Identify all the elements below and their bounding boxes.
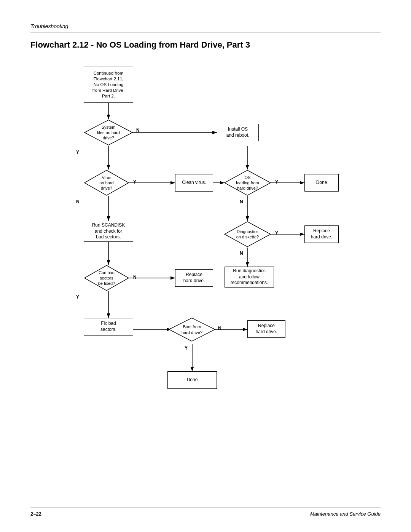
label-n-diamond1: N [136, 128, 140, 133]
run-diag-box: Run diagnostics and follow recommendatio… [225, 267, 274, 288]
flowchart: Continued from Flowchart 2.11, No OS Loa… [42, 59, 369, 470]
diamond-diagnostics: Diagnostics on diskette? [224, 221, 271, 248]
label-n-diamond3: N [240, 199, 243, 204]
replace-hd2-box: Replace hard drive. [175, 269, 213, 287]
install-os-box: Install OS and reboot. [217, 124, 259, 141]
replace-hd3-box: Replace hard drive. [247, 320, 285, 338]
diamond-system-files: System files on hard drive? [84, 119, 133, 146]
label-n-diamond6: N [218, 326, 221, 331]
diamond-virus: Virus on hard drive? [84, 169, 129, 196]
footer-left: 2–22 [30, 511, 41, 517]
replace-hd1-box: Replace hard drive. [304, 225, 339, 243]
header-section: Troubleshooting [30, 23, 381, 32]
label-y-diamond4: Y [275, 230, 278, 236]
page: Troubleshooting Flowchart 2.12 - No OS L… [0, 0, 411, 532]
diamond-os-loading: OS loading from hard drive? [224, 169, 271, 196]
label-y-diamond2: Y [133, 179, 136, 185]
done2-box: Done [167, 371, 217, 389]
footer-right: Maintenance and Service Guide [310, 511, 381, 517]
label-y-diamond5: Y [76, 294, 79, 300]
diamond-bad-sectors: Can bad sectors be fixed? [84, 265, 129, 291]
start-box: Continued from Flowchart 2.11, No OS Loa… [84, 67, 133, 103]
fix-bad-box: Fix bad sectors. [84, 318, 133, 335]
page-title: Flowchart 2.12 - No OS Loading from Hard… [30, 40, 381, 50]
label-y-diamond3: Y [275, 179, 278, 185]
label-n-diamond4: N [240, 251, 243, 256]
done1-box: Done [304, 174, 339, 192]
label-n-diamond2: N [76, 199, 80, 204]
scandisk-box: Run SCANDISK and check for bad sectors. [84, 221, 133, 242]
clean-virus-box: Clean virus. [175, 174, 213, 192]
diamond-boot: Boot from hard drive? [168, 317, 216, 342]
footer: 2–22 Maintenance and Service Guide [30, 508, 381, 517]
header-label: Troubleshooting [30, 23, 68, 29]
label-y-diamond6: Y [185, 345, 188, 351]
label-n-diamond5: N [133, 275, 137, 280]
label-y-diamond1: Y [76, 150, 79, 155]
